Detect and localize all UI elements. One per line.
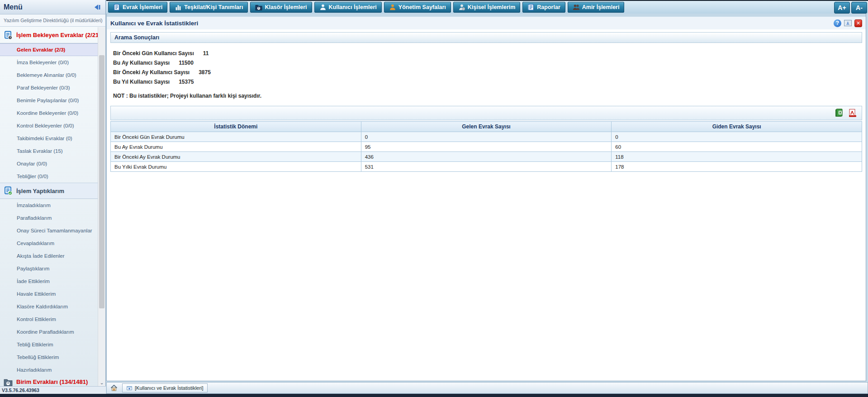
note-text: NOT : Bu istatistikler; Projeyi kullanan…	[113, 93, 866, 99]
sidebar-item-kontrol-ettiklerim[interactable]: Kontrol Ettiklerim	[0, 313, 98, 326]
font-decrease-button[interactable]: A-	[851, 2, 867, 14]
tab-evrak-islemleri[interactable]: Evrak İşlemleri	[108, 2, 167, 13]
sidebar-item-label: Benimle Paylaşılanlar (0/0)	[17, 98, 79, 103]
user-gear-icon	[458, 4, 465, 11]
cell-period: Bu Ay Evrak Durumu	[111, 142, 361, 152]
table-row[interactable]: Bu Ay Evrak Durumu 95 60	[111, 142, 862, 152]
sidebar-item-paylastiklarim[interactable]: Paylaştıklarım	[0, 262, 98, 275]
version-bar: V3.5.76.26.43963	[0, 386, 106, 394]
sidebar-item-teblig-ettiklerim[interactable]: Tebliğ Ettiklerim	[0, 338, 98, 351]
sidebar-item-label: Kontrol Bekleyenler (0/0)	[17, 123, 74, 128]
sidebar-item-akista-iade-edilenler[interactable]: Akışta İade Edilenler	[0, 250, 98, 262]
stat-line: Bu Ay Kullanıcı Sayısı 11500	[113, 58, 866, 67]
sidebar-item-label: Kontrol Ettiklerim	[17, 317, 56, 322]
scrollbar-thumb[interactable]	[99, 55, 104, 308]
cell-incoming: 95	[361, 142, 612, 152]
cell-incoming: 531	[361, 162, 612, 172]
menu-title: Menü	[4, 3, 93, 11]
sidebar-item-label: Koordine Bekleyenler (0/0)	[17, 110, 78, 116]
tab-label: Teşkilat/Kişi Tanımları	[184, 4, 243, 10]
sidebar-item-label: İmza Bekleyenler (0/0)	[17, 60, 69, 65]
column-header-gelen-evrak-sayisi[interactable]: Gelen Evrak Sayısı	[361, 122, 612, 132]
sidebar-item-tebligler[interactable]: Tebliğler (0/0)	[0, 170, 98, 183]
tab-label: Evrak İşlemleri	[123, 4, 162, 10]
sidebar-item-iade-ettiklerim[interactable]: İade Ettiklerim	[0, 275, 98, 288]
app-root: Menü Yazılım Geliştirme Direktörlüğü (il…	[0, 0, 868, 397]
sidebar-item-label: İşlem Yaptıklarım	[16, 188, 64, 194]
home-icon[interactable]	[109, 383, 119, 392]
document-clock-icon	[4, 31, 13, 40]
sidebar-item-onay-sureci-tamamlanmayanlar[interactable]: Onay Süreci Tamamlanmayanlar	[0, 224, 98, 237]
table-row[interactable]: Bir Önceki Gün Evrak Durumu 0 0	[111, 132, 862, 142]
table-row[interactable]: Bir Önceki Ay Evrak Durumu 436 118	[111, 152, 862, 162]
tab-amir-islemleri[interactable]: Amir İşlemleri	[568, 2, 625, 13]
tab-teskilat-kisi-tanimlari[interactable]: Teşkilat/Kişi Tanımları	[170, 2, 248, 13]
cell-outgoing: 0	[612, 132, 862, 142]
sidebar-item-parafladiklarim[interactable]: Parafladıklarım	[0, 212, 98, 224]
font-increase-button[interactable]: A+	[834, 2, 850, 14]
admin-user-icon	[389, 4, 396, 11]
sidebar-item-koordine-parafladiklarim[interactable]: Koordine Parafladıklarım	[0, 326, 98, 338]
column-header-giden-evrak-sayisi[interactable]: Giden Evrak Sayısı	[612, 122, 862, 132]
document-icon	[113, 4, 120, 11]
sidebar-item-label: İmzaladıklarım	[17, 203, 51, 208]
folder-icon	[4, 378, 13, 387]
sidebar-item-label: Paraf Bekleyenler (0/3)	[17, 85, 70, 90]
stat-label: Bir Önceki Ay Kullanıcı Sayısı	[113, 69, 190, 76]
column-header-istatistik-donemi[interactable]: İstatistik Dönemi	[111, 122, 361, 132]
top-toolbar: Evrak İşlemleri Teşkilat/Kişi Tanımları …	[106, 0, 868, 14]
folder-icon	[255, 4, 262, 11]
sidebar-section-birim-evraklari[interactable]: Birim Evrakları (134/1481)	[0, 376, 98, 386]
page-title: Kullanıcı ve Evrak İstatistikleri	[110, 20, 834, 27]
panel-top-band	[107, 14, 866, 17]
sidebar-item-cevapladiklarim[interactable]: Cevapladıklarım	[0, 237, 98, 250]
sidebar-item-imza-bekleyenler[interactable]: İmza Bekleyenler (0/0)	[0, 56, 98, 69]
sidebar-item-takibimdeki-evraklar[interactable]: Takibimdeki Evraklar (0)	[0, 132, 98, 145]
export-pdf-icon[interactable]	[848, 109, 857, 118]
cell-incoming: 436	[361, 152, 612, 162]
stat-line: Bir Önceki Gün Kullanıcı Sayısı 11	[113, 48, 866, 58]
tab-kisisel-islemlerim[interactable]: Kişisel İşlemlerim	[453, 2, 521, 13]
sidebar-item-taslak-evraklar[interactable]: Taslak Evraklar (15)	[0, 145, 98, 157]
cell-period: Bir Önceki Ay Evrak Durumu	[111, 152, 361, 162]
sidebar-collapse-icon[interactable]	[93, 4, 102, 11]
sidebar-item-klasore-kaldirdiklarim[interactable]: Klasöre Kaldırdıklarım	[0, 300, 98, 313]
tab-raporlar[interactable]: Raporlar	[522, 2, 565, 13]
search-results-header: Arama Sonuçları	[110, 32, 862, 43]
sidebar-item-imzaladiklarim[interactable]: İmzaladıklarım	[0, 199, 98, 212]
sidebar-scrollbar[interactable]: ⌄	[98, 27, 105, 386]
stat-label: Bu Ay Kullanıcı Sayısı	[113, 60, 170, 66]
sidebar-item-label: Onaylar (0/0)	[17, 161, 47, 166]
sidebar-section-islem-yaptiklarim[interactable]: İşlem Yaptıklarım	[0, 183, 98, 199]
help-icon[interactable]: ?	[834, 19, 841, 27]
sidebar-item-paraf-bekleyenler[interactable]: Paraf Bekleyenler (0/3)	[0, 81, 98, 94]
sidebar-menu: İşlem Bekleyen Evraklar (2/21) Gelen Evr…	[0, 27, 98, 386]
tab-label: Kullanıcı İşlemleri	[329, 4, 377, 10]
sidebar-item-label: Paylaştıklarım	[17, 266, 49, 271]
sidebar-item-label: Takibimdeki Evraklar (0)	[17, 136, 72, 141]
open-page-tab[interactable]: [Kullanıcı ve Evrak İstatistikleri]	[122, 383, 208, 392]
tab-klasor-islemleri[interactable]: Klasör İşlemleri	[250, 2, 312, 13]
tab-kullanici-islemleri[interactable]: Kullanıcı İşlemleri	[314, 2, 382, 13]
export-excel-icon[interactable]	[835, 109, 844, 118]
sidebar-item-hazirladiklarim[interactable]: Hazırladıklarım	[0, 364, 98, 376]
sidebar-item-benimle-paylasilanlar[interactable]: Benimle Paylaşılanlar (0/0)	[0, 94, 98, 107]
sidebar-item-label: Akışta İade Edilenler	[17, 253, 64, 259]
sidebar-item-tebellug-ettiklerim[interactable]: Tebellüğ Ettiklerim	[0, 351, 98, 364]
sidebar-item-kontrol-bekleyenler[interactable]: Kontrol Bekleyenler (0/0)	[0, 119, 98, 132]
sidebar-item-beklemeye-alinanlar[interactable]: Beklemeye Alınanlar (0/0)	[0, 69, 98, 81]
stat-line: Bir Önceki Ay Kullanıcı Sayısı 3875	[113, 67, 866, 77]
sidebar-item-onaylar[interactable]: Onaylar (0/0)	[0, 157, 98, 170]
open-page-tab-label: [Kullanıcı ve Evrak İstatistikleri]	[135, 385, 204, 391]
sidebar-item-havale-ettiklerim[interactable]: Havale Ettiklerim	[0, 288, 98, 300]
sidebar-item-koordine-bekleyenler[interactable]: Koordine Bekleyenler (0/0)	[0, 107, 98, 119]
tab-yonetim-sayfalari[interactable]: Yönetim Sayfaları	[384, 2, 451, 13]
sidebar-item-label: Cevapladıklarım	[17, 241, 54, 246]
table-row[interactable]: Bu Yılki Evrak Durumu 531 178	[111, 162, 862, 172]
minimize-to-tray-icon[interactable]	[844, 20, 852, 26]
sidebar-item-label: Parafladıklarım	[17, 215, 52, 221]
scrollbar-down-arrow-icon[interactable]: ⌄	[98, 380, 105, 385]
sidebar-section-islem-bekleyen[interactable]: İşlem Bekleyen Evraklar (2/21)	[0, 27, 98, 43]
sidebar-item-gelen-evraklar[interactable]: Gelen Evraklar (2/3)	[0, 43, 98, 56]
close-icon[interactable]: ✕	[854, 19, 862, 27]
